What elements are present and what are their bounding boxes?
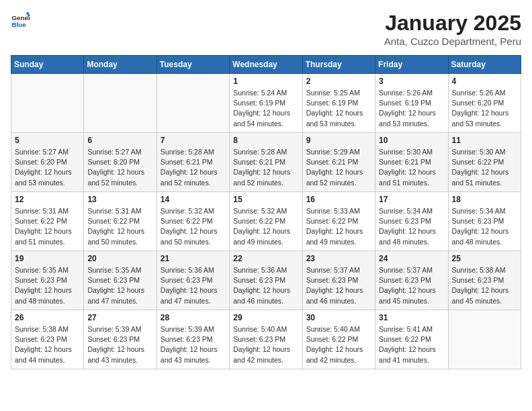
calendar-cell	[84, 74, 157, 133]
logo: General Blue	[11, 11, 30, 30]
day-info: Sunrise: 5:30 AM Sunset: 6:22 PM Dayligh…	[452, 147, 517, 188]
calendar-cell	[157, 74, 229, 133]
calendar-week-row: 19Sunrise: 5:35 AM Sunset: 6:23 PM Dayli…	[11, 251, 521, 310]
day-info: Sunrise: 5:40 AM Sunset: 6:22 PM Dayligh…	[306, 324, 371, 365]
day-number: 23	[306, 254, 371, 263]
day-number: 31	[379, 313, 444, 322]
day-info: Sunrise: 5:26 AM Sunset: 6:20 PM Dayligh…	[452, 88, 517, 129]
day-info: Sunrise: 5:25 AM Sunset: 6:19 PM Dayligh…	[306, 88, 371, 129]
day-number: 13	[87, 195, 152, 204]
calendar-week-row: 26Sunrise: 5:38 AM Sunset: 6:23 PM Dayli…	[11, 310, 521, 369]
calendar-cell: 4Sunrise: 5:26 AM Sunset: 6:20 PM Daylig…	[448, 74, 521, 133]
day-info: Sunrise: 5:35 AM Sunset: 6:23 PM Dayligh…	[15, 265, 80, 306]
day-number: 14	[161, 195, 226, 204]
logo-icon: General Blue	[11, 11, 30, 30]
calendar-table: SundayMondayTuesdayWednesdayThursdayFrid…	[11, 55, 521, 369]
svg-marker-2	[26, 11, 30, 14]
calendar-cell: 24Sunrise: 5:37 AM Sunset: 6:23 PM Dayli…	[375, 251, 448, 310]
day-info: Sunrise: 5:29 AM Sunset: 6:21 PM Dayligh…	[306, 147, 371, 188]
calendar-cell: 31Sunrise: 5:41 AM Sunset: 6:22 PM Dayli…	[375, 310, 448, 369]
day-number: 5	[15, 136, 80, 145]
calendar-cell: 3Sunrise: 5:26 AM Sunset: 6:19 PM Daylig…	[375, 74, 448, 133]
calendar-cell: 27Sunrise: 5:39 AM Sunset: 6:23 PM Dayli…	[84, 310, 157, 369]
calendar-cell: 1Sunrise: 5:24 AM Sunset: 6:19 PM Daylig…	[230, 74, 302, 133]
day-info: Sunrise: 5:24 AM Sunset: 6:19 PM Dayligh…	[233, 88, 298, 129]
day-info: Sunrise: 5:38 AM Sunset: 6:23 PM Dayligh…	[15, 324, 80, 365]
day-info: Sunrise: 5:27 AM Sunset: 6:20 PM Dayligh…	[87, 147, 152, 188]
page-title: January 2025	[384, 11, 521, 36]
day-number: 28	[161, 313, 226, 322]
day-number: 15	[233, 195, 298, 204]
calendar-day-header: Thursday	[302, 56, 375, 74]
day-number: 25	[452, 254, 517, 263]
day-info: Sunrise: 5:31 AM Sunset: 6:22 PM Dayligh…	[15, 206, 80, 247]
day-number: 7	[161, 136, 226, 145]
day-info: Sunrise: 5:27 AM Sunset: 6:20 PM Dayligh…	[15, 147, 80, 188]
day-number: 24	[379, 254, 444, 263]
day-number: 19	[15, 254, 80, 263]
calendar-cell: 14Sunrise: 5:32 AM Sunset: 6:22 PM Dayli…	[157, 192, 229, 251]
calendar-header-row: SundayMondayTuesdayWednesdayThursdayFrid…	[11, 56, 521, 74]
calendar-day-header: Monday	[84, 56, 157, 74]
day-number: 22	[233, 254, 298, 263]
day-info: Sunrise: 5:28 AM Sunset: 6:21 PM Dayligh…	[233, 147, 298, 188]
day-number: 17	[379, 195, 444, 204]
day-number: 6	[87, 136, 152, 145]
day-number: 21	[161, 254, 226, 263]
day-info: Sunrise: 5:33 AM Sunset: 6:22 PM Dayligh…	[306, 206, 371, 247]
calendar-cell: 16Sunrise: 5:33 AM Sunset: 6:22 PM Dayli…	[302, 192, 375, 251]
calendar-week-row: 1Sunrise: 5:24 AM Sunset: 6:19 PM Daylig…	[11, 74, 521, 133]
day-info: Sunrise: 5:34 AM Sunset: 6:23 PM Dayligh…	[379, 206, 444, 247]
day-info: Sunrise: 5:32 AM Sunset: 6:22 PM Dayligh…	[233, 206, 298, 247]
calendar-cell: 10Sunrise: 5:30 AM Sunset: 6:21 PM Dayli…	[375, 133, 448, 192]
calendar-cell: 21Sunrise: 5:36 AM Sunset: 6:23 PM Dayli…	[157, 251, 229, 310]
calendar-week-row: 12Sunrise: 5:31 AM Sunset: 6:22 PM Dayli…	[11, 192, 521, 251]
day-number: 16	[306, 195, 371, 204]
day-info: Sunrise: 5:37 AM Sunset: 6:23 PM Dayligh…	[379, 265, 444, 306]
calendar-cell: 17Sunrise: 5:34 AM Sunset: 6:23 PM Dayli…	[375, 192, 448, 251]
day-number: 11	[452, 136, 517, 145]
day-info: Sunrise: 5:41 AM Sunset: 6:22 PM Dayligh…	[379, 324, 444, 365]
calendar-day-header: Saturday	[448, 56, 521, 74]
calendar-week-row: 5Sunrise: 5:27 AM Sunset: 6:20 PM Daylig…	[11, 133, 521, 192]
calendar-cell: 5Sunrise: 5:27 AM Sunset: 6:20 PM Daylig…	[11, 133, 84, 192]
day-number: 27	[87, 313, 152, 322]
day-info: Sunrise: 5:35 AM Sunset: 6:23 PM Dayligh…	[87, 265, 152, 306]
page-header: General Blue January 2025 Anta, Cuzco De…	[11, 11, 521, 47]
calendar-cell: 7Sunrise: 5:28 AM Sunset: 6:21 PM Daylig…	[157, 133, 229, 192]
day-info: Sunrise: 5:36 AM Sunset: 6:23 PM Dayligh…	[161, 265, 226, 306]
calendar-day-header: Tuesday	[157, 56, 229, 74]
title-block: January 2025 Anta, Cuzco Department, Per…	[384, 11, 521, 47]
calendar-cell: 26Sunrise: 5:38 AM Sunset: 6:23 PM Dayli…	[11, 310, 84, 369]
day-number: 18	[452, 195, 517, 204]
calendar-cell	[11, 74, 84, 133]
day-info: Sunrise: 5:37 AM Sunset: 6:23 PM Dayligh…	[306, 265, 371, 306]
day-info: Sunrise: 5:30 AM Sunset: 6:21 PM Dayligh…	[379, 147, 444, 188]
calendar-cell: 30Sunrise: 5:40 AM Sunset: 6:22 PM Dayli…	[302, 310, 375, 369]
page-subtitle: Anta, Cuzco Department, Peru	[384, 36, 521, 47]
day-number: 9	[306, 136, 371, 145]
day-info: Sunrise: 5:39 AM Sunset: 6:23 PM Dayligh…	[87, 324, 152, 365]
calendar-cell: 9Sunrise: 5:29 AM Sunset: 6:21 PM Daylig…	[302, 133, 375, 192]
day-info: Sunrise: 5:31 AM Sunset: 6:22 PM Dayligh…	[87, 206, 152, 247]
calendar-cell: 6Sunrise: 5:27 AM Sunset: 6:20 PM Daylig…	[84, 133, 157, 192]
day-number: 26	[15, 313, 80, 322]
day-info: Sunrise: 5:26 AM Sunset: 6:19 PM Dayligh…	[379, 88, 444, 129]
calendar-cell: 2Sunrise: 5:25 AM Sunset: 6:19 PM Daylig…	[302, 74, 375, 133]
day-number: 8	[233, 136, 298, 145]
day-info: Sunrise: 5:28 AM Sunset: 6:21 PM Dayligh…	[161, 147, 226, 188]
calendar-day-header: Sunday	[11, 56, 84, 74]
calendar-cell: 15Sunrise: 5:32 AM Sunset: 6:22 PM Dayli…	[230, 192, 302, 251]
day-info: Sunrise: 5:34 AM Sunset: 6:23 PM Dayligh…	[452, 206, 517, 247]
day-number: 30	[306, 313, 371, 322]
calendar-cell: 20Sunrise: 5:35 AM Sunset: 6:23 PM Dayli…	[84, 251, 157, 310]
day-number: 20	[87, 254, 152, 263]
calendar-cell: 18Sunrise: 5:34 AM Sunset: 6:23 PM Dayli…	[448, 192, 521, 251]
day-info: Sunrise: 5:36 AM Sunset: 6:23 PM Dayligh…	[233, 265, 298, 306]
calendar-day-header: Friday	[375, 56, 448, 74]
calendar-cell: 28Sunrise: 5:39 AM Sunset: 6:23 PM Dayli…	[157, 310, 229, 369]
day-number: 12	[15, 195, 80, 204]
day-number: 3	[379, 77, 444, 86]
day-number: 2	[306, 77, 371, 86]
day-number: 1	[233, 77, 298, 86]
